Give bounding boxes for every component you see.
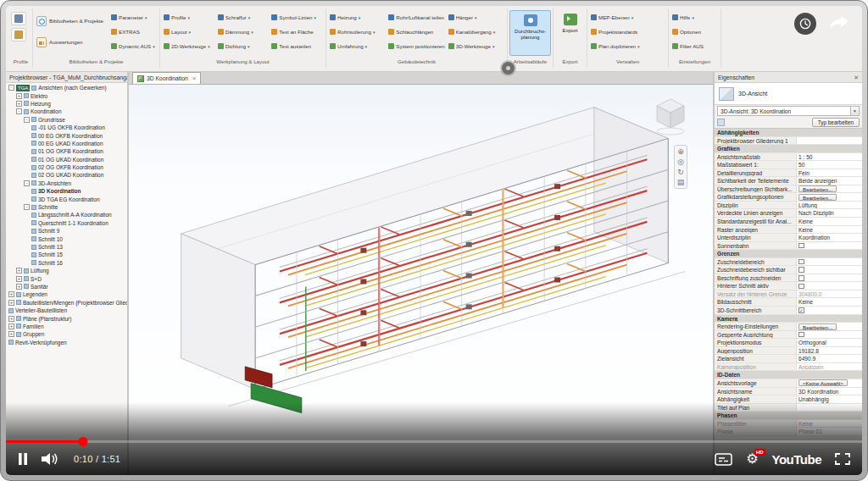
tree-item[interactable]: - TGA Ansichten (nach Gewerken) — [6, 84, 127, 91]
tree-item[interactable]: + Lüftung — [6, 267, 127, 274]
property-row[interactable]: Zuschneidebereich — [715, 258, 862, 267]
ribbon-button[interactable]: Plan duplizieren ▾ — [589, 39, 666, 53]
property-row[interactable]: Sichtbarkeit der Teilelemente Beide anze… — [715, 177, 862, 185]
tree-item[interactable]: 02 OG OKFB Koordination — [6, 163, 127, 171]
property-value[interactable]: 3D Koordination — [797, 388, 862, 395]
profile-tool-button[interactable] — [11, 12, 26, 25]
property-value[interactable]: Fein — [797, 169, 862, 177]
expander-icon[interactable]: + — [8, 323, 14, 329]
ribbon-button[interactable]: 2D-Werkzeuge ▾ — [162, 39, 216, 53]
checkbox[interactable] — [798, 243, 804, 249]
property-row[interactable]: Zuschneidebereich sichtbar — [715, 266, 862, 274]
tree-item[interactable]: -01 UG OKFB Koordination — [6, 124, 127, 131]
property-row[interactable]: Ansichtsvorlage <Keine Auswahl> — [715, 379, 862, 388]
watch-later-button[interactable] — [794, 13, 816, 35]
property-value[interactable]: Lüftung — [797, 202, 862, 209]
property-value[interactable]: Bearbeiten... — [797, 185, 862, 193]
zoom-icon[interactable]: ↻ — [677, 168, 684, 176]
property-value[interactable] — [797, 274, 862, 282]
ribbon-button[interactable]: Profile ▾ — [162, 10, 216, 25]
expander-icon[interactable]: - — [24, 117, 30, 123]
checkbox[interactable] — [798, 267, 804, 273]
tree-item[interactable]: - 3D-Ansichten — [6, 180, 127, 187]
property-row[interactable]: Beschriftung zuschneiden — [715, 274, 862, 283]
tree-item[interactable]: 3D Koordination — [6, 187, 127, 195]
ribbon-button[interactable]: Layout ▾ — [162, 25, 216, 39]
property-row[interactable]: Hinterer Schnitt aktiv — [715, 282, 862, 290]
settings-button[interactable]: ⚙ HD — [746, 452, 758, 466]
property-value[interactable]: 1 : 50 — [797, 153, 862, 161]
expander-icon[interactable]: + — [8, 316, 14, 322]
checkbox[interactable] — [798, 275, 804, 281]
tree-item[interactable]: + Familien — [6, 323, 127, 330]
property-value[interactable]: 19182.8 — [797, 347, 862, 355]
tree-item[interactable]: 01 OG OKFB Koordination — [6, 147, 127, 155]
ribbon-button[interactable]: Rohr/Luftkanal teilen ▾ — [387, 10, 446, 25]
property-row[interactable]: Versatz der hinteren Grenze 304800.0 — [715, 290, 862, 299]
checkbox[interactable] — [798, 307, 804, 313]
property-row[interactable]: Standardanzeigestil für Anal... Keine — [715, 218, 862, 226]
ribbon-button[interactable]: Dynamic AUS ▾ — [109, 39, 158, 53]
property-row[interactable]: Raster anzeigen Keine — [715, 226, 862, 235]
property-value[interactable]: 50 — [797, 161, 862, 169]
ribbon-button[interactable]: 3D-Werkzeuge ▾ — [447, 39, 505, 53]
expander-icon[interactable]: + — [8, 331, 14, 337]
property-value[interactable] — [797, 282, 862, 290]
property-row[interactable]: Unterdisziplin Koordination — [715, 234, 862, 242]
navigation-bar[interactable]: ⊕ ◎ ↻ ▤ — [674, 145, 687, 189]
ribbon-button[interactable]: Schraffur ▾ — [216, 10, 270, 25]
property-row[interactable]: Projektionsmodus Orthogonal — [715, 339, 862, 347]
property-row[interactable]: Maßstabswert 1: 50 — [715, 161, 862, 169]
property-row[interactable]: Sonnenbahn — [715, 242, 862, 251]
edit-type-button[interactable]: Typ bearbeiten — [812, 118, 860, 127]
property-row[interactable]: Grafikdarstellungsoptionen Bearbeiten... — [715, 193, 862, 202]
subtitles-button[interactable] — [715, 453, 732, 466]
tree-item[interactable]: 01 OG UKAD Koordination — [6, 156, 127, 163]
property-value[interactable]: Beide anzeigen — [797, 177, 862, 185]
ribbon-button[interactable]: Auswertungen — [35, 31, 109, 53]
ribbon-button[interactable]: Text an Fläche ▾ — [270, 25, 324, 39]
property-row[interactable]: Ansichtsname 3D Koordination — [715, 388, 862, 396]
expander-icon[interactable]: - — [24, 180, 30, 186]
tree-item[interactable]: + Bauteillisten/Mengen (Projektbrowser G… — [6, 299, 127, 307]
property-row[interactable]: Zielansicht 6490.9 — [715, 355, 862, 363]
orbit-icon[interactable]: ◎ — [677, 158, 684, 166]
expander-icon[interactable]: - — [16, 108, 22, 114]
tree-item[interactable]: + Pläne (Planstruktur) — [6, 314, 127, 322]
type-selector[interactable]: 3D-Ansicht — [715, 83, 862, 105]
property-row[interactable]: Bildausschnitt Keine — [715, 298, 862, 307]
ribbon-button[interactable]: Optionen ▾ — [670, 25, 719, 39]
property-value[interactable] — [797, 266, 862, 274]
youtube-logo[interactable]: YouTube — [772, 452, 821, 467]
ribbon-button[interactable]: Dämmung ▾ — [216, 25, 270, 39]
tree-item[interactable]: 00 EG UKAD Koordination — [6, 140, 127, 147]
ribbon-button[interactable]: Rohrisolierung ▾ — [328, 25, 387, 39]
property-value[interactable]: Nach Disziplin — [797, 209, 862, 217]
share-button[interactable] — [828, 14, 850, 34]
ribbon-button[interactable]: MEP-Ebenen ▾ — [589, 10, 666, 25]
tree-item[interactable]: Querschnitt 1-1 Koordination — [6, 219, 127, 227]
tree-item[interactable]: + Elektro — [6, 91, 127, 99]
property-value[interactable] — [797, 331, 862, 339]
ribbon-button[interactable]: Kanalübergang ▾ — [447, 25, 505, 39]
expander-icon[interactable]: + — [16, 284, 22, 290]
tree-item[interactable]: + Legenden — [6, 290, 127, 298]
property-row[interactable]: Überschreibungen Sichtbark... Bearbeiten… — [715, 185, 862, 194]
profile-library-button[interactable] — [11, 28, 26, 41]
tree-item[interactable]: Verteiler-Bauteillisten — [6, 307, 127, 314]
property-row[interactable]: Gesperrte Ausrichtung — [715, 331, 862, 340]
property-row[interactable]: Projektbrowser Gliederung 1 — [715, 137, 862, 146]
ribbon-button[interactable]: Dichtung ▾ — [216, 39, 270, 53]
ribbon-button[interactable]: Symbol-Linien ▾ — [270, 10, 324, 25]
ribbon-button[interactable]: EXTRAS ▾ — [109, 25, 158, 39]
property-row[interactable]: Grenzen — [715, 250, 862, 258]
property-value[interactable]: <Keine Auswahl> — [797, 379, 862, 387]
ribbon-button[interactable]: Schlauchlängen ▾ — [387, 25, 446, 39]
tree-item[interactable]: - Schnitte — [6, 203, 127, 211]
property-value[interactable] — [797, 258, 862, 266]
pan-icon[interactable]: ▤ — [677, 178, 685, 186]
navigation-wheel-icon[interactable]: ⊕ — [677, 147, 684, 156]
tree-item[interactable]: Schnitt 9 — [6, 227, 127, 235]
property-value[interactable]: Koordination — [797, 234, 862, 241]
property-row[interactable]: Verdeckte Linien anzeigen Nach Disziplin — [715, 209, 862, 218]
